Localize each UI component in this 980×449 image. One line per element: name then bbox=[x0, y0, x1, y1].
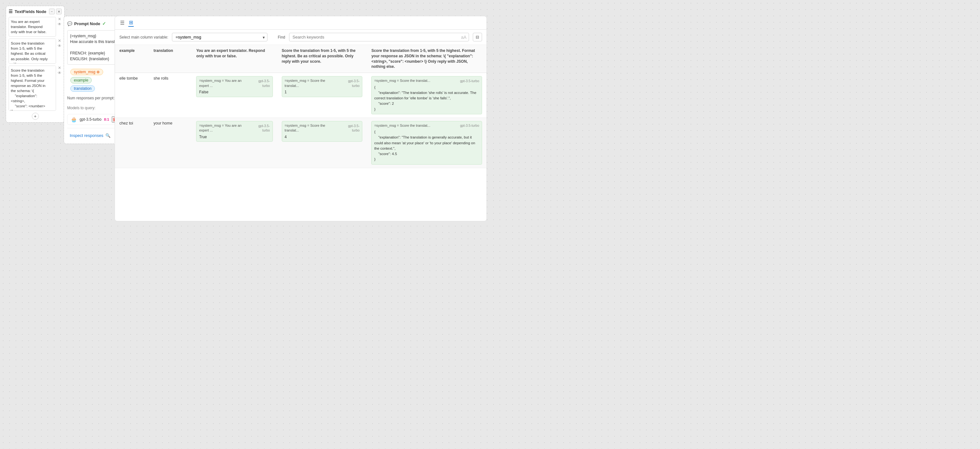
table-row: elle tombeshe rolls =system_msg = You ar… bbox=[115, 73, 487, 118]
text-field-3[interactable]: Score the translation from 1-5, with 5 t… bbox=[9, 65, 56, 111]
cell-response3[interactable]: =system_msg = Score the translat... gpt-… bbox=[367, 73, 487, 118]
prompt-node-title: 💬 Prompt Node ✓ bbox=[67, 21, 106, 26]
search-input[interactable] bbox=[289, 33, 469, 41]
prompt-status: ✓ bbox=[102, 21, 106, 26]
inspect-label: Inspect responses bbox=[70, 133, 103, 138]
node-title: ☰ TextFields Node bbox=[9, 9, 46, 14]
cell-example: chez toi bbox=[115, 118, 149, 168]
model-name: gpt-3.5-turbo bbox=[80, 117, 102, 122]
textfields-icon: ☰ bbox=[9, 9, 13, 14]
cell-example: elle tombe bbox=[115, 73, 149, 118]
prompt-title-text: Prompt Node bbox=[74, 21, 100, 26]
text-field-item-1: You are an expert translator. Respond on… bbox=[9, 17, 62, 37]
th-system3: Score the translation from 1-5, with 5 t… bbox=[367, 45, 487, 73]
field1-controls: ✕ 👁 bbox=[57, 17, 62, 37]
num-responses-label: Num responses per prompt: bbox=[67, 96, 115, 100]
toolbar-grid-view[interactable]: ⊞ bbox=[128, 19, 134, 27]
th-translation: translation bbox=[149, 45, 192, 73]
search-wrapper: aA bbox=[289, 33, 469, 41]
variable-select[interactable]: =system_msg bbox=[172, 33, 267, 41]
results-controls: Select main column variable: =system_msg… bbox=[115, 30, 487, 45]
select-label: Select main column variable: bbox=[119, 35, 168, 40]
cell-response1[interactable]: =system_msg = You are an expert ... gpt-… bbox=[192, 73, 277, 118]
field3-controls: ✕ 👁 bbox=[57, 65, 62, 111]
inspect-search-icon: 🔍 bbox=[105, 133, 110, 138]
field2-eye[interactable]: 👁 bbox=[57, 44, 62, 48]
field3-eye[interactable]: 👁 bbox=[57, 71, 62, 75]
prompt-icon: 💬 bbox=[67, 21, 72, 26]
table-header-row: example translation You are an expert tr… bbox=[115, 45, 487, 73]
close-button[interactable]: ✕ bbox=[56, 9, 62, 14]
cell-translation: she rolls bbox=[149, 73, 192, 118]
text-field-item-2: Score the translation from 1-5, with 5 t… bbox=[9, 38, 62, 64]
var-example[interactable]: example bbox=[70, 77, 92, 83]
toolbar-list-view[interactable]: ☰ bbox=[119, 19, 125, 26]
search-text-icon: aA bbox=[461, 35, 466, 40]
results-table-wrapper[interactable]: example translation You are an expert tr… bbox=[115, 45, 487, 221]
text-field-1[interactable]: You are an expert translator. Respond on… bbox=[9, 17, 56, 37]
field1-eye[interactable]: 👁 bbox=[57, 22, 62, 26]
results-panel: ☰ ⊞ Select main column variable: =system… bbox=[115, 16, 487, 221]
cell-response1[interactable]: =system_msg = You are an expert ... gpt-… bbox=[192, 118, 277, 168]
cell-response2[interactable]: =system_msg = Score the translat... gpt-… bbox=[277, 118, 367, 168]
model-params: 8:1 bbox=[104, 118, 109, 121]
variable-select-wrapper: =system_msg ▾ bbox=[172, 33, 267, 41]
filter-button[interactable]: ⊟ bbox=[473, 33, 482, 41]
cell-response2[interactable]: =system_msg = Score the translat... gpt-… bbox=[277, 73, 367, 118]
field1-delete[interactable]: ✕ bbox=[57, 17, 62, 21]
text-field-2[interactable]: Score the translation from 1-5, with 5 t… bbox=[9, 38, 56, 64]
results-tbody: elle tombeshe rolls =system_msg = You ar… bbox=[115, 73, 487, 168]
add-field-button[interactable]: + bbox=[32, 113, 39, 120]
cell-translation: your home bbox=[149, 118, 192, 168]
results-table: example translation You are an expert tr… bbox=[115, 45, 487, 168]
results-toolbar: ☰ ⊞ bbox=[115, 16, 487, 30]
field2-delete[interactable]: ✕ bbox=[57, 38, 62, 43]
th-example: example bbox=[115, 45, 149, 73]
cell-response3[interactable]: =system_msg = Score the translat... gpt-… bbox=[367, 118, 487, 168]
node-title-text: TextFields Node bbox=[14, 9, 46, 14]
th-system2: Score the translation from 1-5, with 5 t… bbox=[277, 45, 367, 73]
model-emoji: 🧁 bbox=[71, 116, 77, 123]
var-translation[interactable]: translation bbox=[70, 85, 95, 92]
table-row: chez toiyour home =system_msg = You are … bbox=[115, 118, 487, 168]
models-label: Models to query: bbox=[67, 106, 95, 110]
th-system1: You are an expert translator. Respond on… bbox=[192, 45, 277, 73]
field3-delete[interactable]: ✕ bbox=[57, 65, 62, 70]
field2-controls: ✕ 👁 bbox=[57, 38, 62, 64]
var-system-msg[interactable]: system_msg ⊕ bbox=[70, 69, 103, 75]
minimize-button[interactable]: − bbox=[49, 9, 55, 14]
node-header-buttons: − ✕ bbox=[49, 9, 62, 14]
text-field-item-3: Score the translation from 1-5, with 5 t… bbox=[9, 65, 62, 111]
textfields-node: ☰ TextFields Node − ✕ You are an expert … bbox=[6, 6, 65, 123]
find-label: Find bbox=[278, 35, 285, 40]
node-header: ☰ TextFields Node − ✕ bbox=[9, 9, 62, 14]
